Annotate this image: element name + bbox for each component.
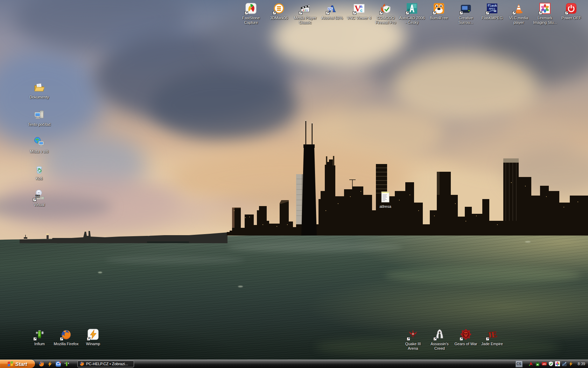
tray-network-monitor-icon[interactable] [562,361,567,366]
vnc-viewer-4-icon: Vnc↗ [354,3,365,15]
shortcut-arrow-icon: ↗ [407,337,410,341]
icon-label: Creative Surrou... [451,16,481,25]
documents-folder-icon [34,82,45,94]
text-file-icon [380,191,391,203]
icon-label: VNC Viewer 4 [344,16,374,20]
shortcut-arrow-icon: ↗ [273,11,276,15]
icon-label: Gears of War [451,342,481,346]
shortcut-arrow-icon: ↗ [512,11,516,15]
desktop-icon-winamp[interactable]: ↗ Winamp [78,329,108,346]
quicklaunch-browser-icon[interactable] [55,361,61,367]
desktop-icon-infium[interactable]: ↗ Infium [24,329,55,346]
desktop-icon-lexmark-imaging-studio[interactable]: ↗ Lexmark Imaging Stu... [530,3,560,25]
autocad-2006-icon: ↗ [406,3,418,15]
icon-label: FastStone Capture [236,16,266,25]
icon-label: Místa v síti [24,149,54,154]
desktop-icon-tento-pocitac[interactable]: Tento počítač [24,109,54,127]
icon-label: Burn4Free [424,16,454,20]
svg-text:1: 1 [306,9,308,12]
shortcut-arrow-icon: ↗ [33,337,37,341]
alcohol-52-icon: A52%↗ [327,3,338,15]
tray-red-app-icon[interactable] [528,361,533,366]
desktop-icon-vnc-viewer-4[interactable]: Vnc↗ VNC Viewer 4 [344,3,374,20]
desktop-icon-comodo-firewall-pro[interactable]: ↗ COMODO Firewall Pro [371,3,401,25]
svg-text:MPEG: MPEG [489,7,496,11]
tray-lexmark-icon[interactable] [555,361,560,366]
desktop-icon-alcohol-52[interactable]: A52%↗ Alcohol 52% [317,3,347,20]
wallpaper-skyline [0,0,588,368]
icon-label: AutoCAD 2006 - Český [397,16,427,25]
shortcut-arrow-icon: ↗ [486,337,489,341]
start-button[interactable]: Start [0,360,35,368]
winamp-icon: ↗ [88,329,99,341]
desktop-icon-dokumenty[interactable]: Dokumenty [24,82,54,100]
desktop-icon-quake-iii-arena[interactable]: ↗ Quake III Arena [398,329,428,351]
gears-of-war-icon: ↗ [460,329,471,341]
desktop-icon-power-off[interactable]: ↗ Power OFF [556,3,586,20]
quicklaunch-winamp-icon[interactable] [47,361,53,367]
svg-text:ATI: ATI [542,363,546,365]
assassins-creed-icon: ↗ [434,329,445,341]
language-indicator[interactable]: CS [516,361,523,367]
shortcut-arrow-icon: ↗ [460,337,463,341]
shortcut-arrow-icon: ↗ [406,11,409,15]
icon-label: Tento počítač [24,122,54,127]
3dmark06-icon: ↗ [273,3,285,15]
desktop-icon-jade-empire[interactable]: JE↗ Jade Empire [477,329,507,346]
quicklaunch-infium-icon[interactable] [64,361,70,367]
icon-label: Mozilla Firefox [51,342,81,346]
desktop-icon-kos[interactable]: Koš [24,163,54,181]
comodo-firewall-pro-icon: ↗ [380,3,391,15]
desktop-icon-autocad-2006[interactable]: ↗ AutoCAD 2006 - Český [397,3,427,25]
network-places-icon [34,136,45,148]
firefox-icon: ↗ [61,329,72,341]
quake-iii-icon: ↗ [407,329,419,341]
shortcut-arrow-icon: ↗ [460,11,463,15]
faststone-capture-icon: ↗ [245,3,257,15]
desktop-icon-vlc-media-player[interactable]: ↗ VLC media player [504,3,534,25]
icon-label: Lexmark Imaging Stu... [530,16,560,25]
desktop-icon-burn4free[interactable]: ↗ Burn4Free [424,3,454,20]
icon-label: Winamp [78,342,108,346]
task-button-pchelp[interactable]: PC-HELP.CZ • Zobrazi... [77,361,134,367]
shortcut-arrow-icon: ↗ [379,11,383,15]
desktop-icon-adresa[interactable]: adresa [370,191,400,209]
icon-label: Media Player Classic [290,16,320,25]
tray-firewall-shield-icon[interactable] [548,361,553,366]
icon-label: Koš [24,176,54,181]
task-firefox-icon [79,361,84,366]
desktop-icon-3dmark06[interactable]: ↗ 3DMark06 [264,3,294,20]
desktop-icon-assassins-creed[interactable]: ↗ Assassin's Creed [425,329,455,351]
task-button-label: PC-HELP.CZ • Zobrazi... [86,362,128,366]
svg-text:2: 2 [304,9,306,12]
my-computer-icon [34,109,45,121]
vlc-media-player-icon: ↗ [513,3,524,15]
clock[interactable]: 8:39 [578,362,585,366]
shortcut-arrow-icon: ↗ [87,337,90,341]
desktop-icon-creative-surround[interactable]: ↗ Creative Surrou... [451,3,481,25]
shortcut-arrow-icon: ↗ [565,11,568,15]
desktop-icon-virtual[interactable]: DVD↗ Virtual [24,190,54,207]
desktop-icon-mista-v-siti[interactable]: Místa v síti [24,136,54,154]
tray-ati-icon[interactable]: ATI [542,361,547,366]
desktop-icon-flaskmpeg[interactable]: flaskMPEG↗ FlasKMPEG [477,3,507,20]
quick-launch-bar [38,361,70,367]
tray-green-house-icon[interactable] [535,361,540,366]
quicklaunch-firefox-icon[interactable] [38,361,44,367]
desktop-icon-faststone-capture[interactable]: ↗ FastStone Capture [236,3,266,25]
start-button-label: Start [15,361,27,367]
icon-label: Power OFF [556,16,586,20]
tray-winamp-icon[interactable] [568,361,573,366]
svg-text:3: 3 [303,9,304,12]
shortcut-arrow-icon: ↗ [353,11,356,15]
svg-text:flask: flask [487,4,497,7]
jade-empire-icon: JE↗ [486,329,498,341]
desktop-icon-media-player-classic[interactable]: 321↗ Media Player Classic [290,3,320,25]
desktop-icon-gears-of-war[interactable]: ↗ Gears of War [451,329,481,346]
shortcut-arrow-icon: ↗ [433,11,436,15]
infium-icon: ↗ [34,329,45,341]
icon-label: COMODO Firewall Pro [371,16,401,25]
taskbar: Start PC-HELP.CZ • Zobrazi... CS ATI 8:3… [0,360,588,368]
desktop-icon-mozilla-firefox[interactable]: ↗ Mozilla Firefox [51,329,81,346]
shortcut-arrow-icon: ↗ [486,11,489,15]
